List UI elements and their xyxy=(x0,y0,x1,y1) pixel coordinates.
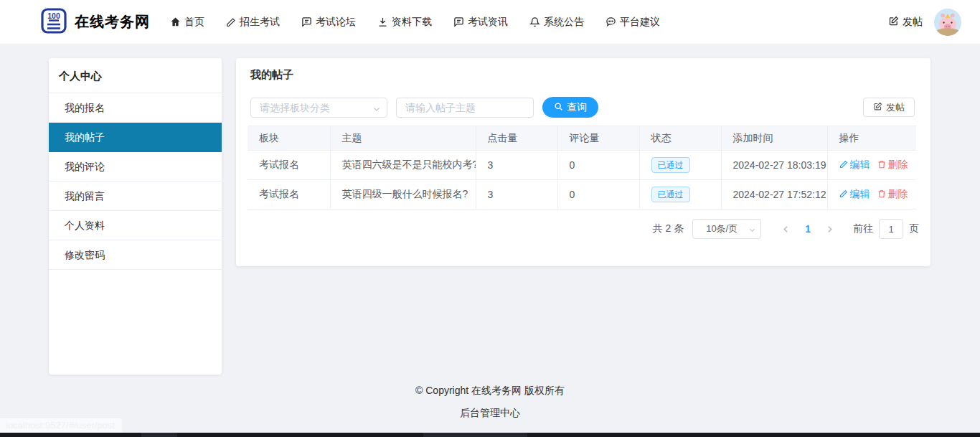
goto-label: 前往 xyxy=(853,222,873,235)
bell-icon xyxy=(529,17,540,27)
cell-time: 2024-02-27 17:52:12 xyxy=(721,180,827,210)
user-avatar[interactable] xyxy=(934,9,961,36)
edit-label: 编辑 xyxy=(850,188,870,201)
chat-dots-icon xyxy=(606,17,616,27)
edit-link[interactable]: 编辑 xyxy=(839,188,870,201)
cell-clicks: 3 xyxy=(476,151,557,180)
edit-link[interactable]: 编辑 xyxy=(839,159,870,171)
nav-item-label: 招生考试 xyxy=(240,16,280,29)
search-icon xyxy=(554,102,563,113)
admin-center-link[interactable]: 后台管理中心 xyxy=(0,407,980,420)
nav-item-label: 首页 xyxy=(184,16,204,29)
topic-input[interactable] xyxy=(396,98,534,118)
sidebar-item-profile[interactable]: 个人资料 xyxy=(49,211,222,240)
cell-board: 考试报名 xyxy=(248,151,330,180)
cell-status: 已通过 xyxy=(639,151,721,180)
personal-center-sidebar: 个人中心 我的报名 我的帖子 我的评论 我的留言 个人资料 修改密码 xyxy=(49,58,222,375)
nav-item-exam-forum[interactable]: 考试论坛 xyxy=(301,16,356,29)
pencil-icon xyxy=(839,159,848,171)
page-unit-label: 页 xyxy=(909,222,919,235)
sidebar-item-my-messages[interactable]: 我的留言 xyxy=(49,182,222,211)
col-actions: 操作 xyxy=(827,126,916,151)
col-board: 板块 xyxy=(248,126,330,151)
sidebar-item-my-posts[interactable]: 我的帖子 xyxy=(49,123,222,152)
browser-status-url: localhost:9527/#/user/post xyxy=(0,418,122,433)
nav-item-home[interactable]: 首页 xyxy=(170,16,204,29)
cell-status: 已通过 xyxy=(639,180,721,210)
pencil-icon xyxy=(226,17,236,27)
page-number-1[interactable]: 1 xyxy=(798,223,818,235)
nav-item-label: 考试资讯 xyxy=(468,16,508,29)
delete-label: 删除 xyxy=(888,159,908,171)
edit-label: 编辑 xyxy=(850,159,870,171)
category-select[interactable] xyxy=(250,98,387,118)
page-size-select[interactable] xyxy=(692,219,761,239)
edit-square-icon xyxy=(888,16,899,29)
trash-icon xyxy=(877,189,886,200)
panel-title: 我的帖子 xyxy=(250,68,916,82)
nav-item-label: 资料下载 xyxy=(392,16,432,29)
cell-actions: 编辑 删除 xyxy=(827,180,916,210)
goto-page-input[interactable] xyxy=(879,219,903,239)
brand-title: 在线考务网 xyxy=(75,12,150,32)
create-post-label: 发帖 xyxy=(886,101,905,114)
copyright-text: © Copyright 在线考务网 版权所有 xyxy=(0,385,980,398)
comment-icon xyxy=(301,17,312,27)
taskbar-edge-strip xyxy=(0,433,980,437)
cell-board: 考试报名 xyxy=(248,180,330,210)
brand-logo[interactable]: 100 在线考务网 xyxy=(41,8,150,37)
nav-right-group: 发帖 xyxy=(888,9,961,36)
col-time: 添加时间 xyxy=(721,126,827,151)
taskbar-segment xyxy=(423,433,527,437)
nav-item-enroll-exam[interactable]: 招生考试 xyxy=(226,16,280,29)
prev-page-button[interactable] xyxy=(774,225,798,234)
col-clicks: 点击量 xyxy=(476,126,557,151)
my-posts-panel: 我的帖子 查询 发帖 xyxy=(236,58,930,266)
delete-label: 删除 xyxy=(888,188,908,201)
score-sheet-logo-icon: 100 xyxy=(41,8,67,37)
trash-icon xyxy=(877,159,886,171)
taskbar-segment xyxy=(141,433,177,437)
category-select-wrap xyxy=(250,98,387,118)
goto-page-group: 前往 页 xyxy=(853,219,919,239)
nav-item-system-notice[interactable]: 系统公告 xyxy=(529,16,584,29)
home-icon xyxy=(170,17,181,27)
create-post-button[interactable]: 发帖 xyxy=(863,98,915,117)
delete-link[interactable]: 删除 xyxy=(877,188,908,201)
pencil-icon xyxy=(839,189,848,200)
nav-item-label: 考试论坛 xyxy=(316,16,356,29)
cell-time: 2024-02-27 18:03:19 xyxy=(721,151,827,180)
edit-square-icon xyxy=(873,102,882,113)
col-topic: 主题 xyxy=(330,126,476,151)
pagination-bar: 共 2 条 1 前往 页 xyxy=(250,219,919,239)
top-navbar: 100 在线考务网 首页 招生考试 考试论坛 资料下载 考试资讯 xyxy=(0,0,980,44)
next-page-button[interactable] xyxy=(818,225,842,234)
col-status: 状态 xyxy=(639,126,721,151)
search-button[interactable]: 查询 xyxy=(542,97,598,118)
nav-item-label: 系统公告 xyxy=(544,16,584,29)
sidebar-item-my-registrations[interactable]: 我的报名 xyxy=(49,93,222,123)
cell-clicks: 3 xyxy=(476,180,557,210)
total-count-label: 共 2 条 xyxy=(653,222,684,235)
search-button-label: 查询 xyxy=(567,101,587,114)
status-badge: 已通过 xyxy=(651,187,690,202)
nav-item-downloads[interactable]: 资料下载 xyxy=(377,16,432,29)
nav-item-label: 平台建议 xyxy=(620,16,660,29)
page-size-select-wrap xyxy=(692,219,761,239)
cell-comments: 0 xyxy=(557,180,639,210)
status-badge: 已通过 xyxy=(651,157,690,173)
nav-item-platform-feedback[interactable]: 平台建议 xyxy=(606,16,660,29)
new-post-button[interactable]: 发帖 xyxy=(888,16,923,29)
download-icon xyxy=(377,17,388,27)
main-nav-menu: 首页 招生考试 考试论坛 资料下载 考试资讯 系统公告 平台建议 xyxy=(170,16,660,29)
table-row: 考试报名 英语四级一般什么时候报名? 3 0 已通过 2024-02-27 17… xyxy=(248,180,916,210)
new-post-label: 发帖 xyxy=(903,16,923,29)
table-header-row: 板块 主题 点击量 评论量 状态 添加时间 操作 xyxy=(248,126,916,151)
sidebar-title: 个人中心 xyxy=(49,58,222,93)
delete-link[interactable]: 删除 xyxy=(877,159,908,171)
nav-item-exam-news[interactable]: 考试资讯 xyxy=(453,16,508,29)
cell-topic: 英语四级一般什么时候报名? xyxy=(330,180,476,210)
sidebar-item-my-comments[interactable]: 我的评论 xyxy=(49,152,222,182)
comment-icon xyxy=(453,17,464,27)
sidebar-item-change-password[interactable]: 修改密码 xyxy=(49,240,222,270)
